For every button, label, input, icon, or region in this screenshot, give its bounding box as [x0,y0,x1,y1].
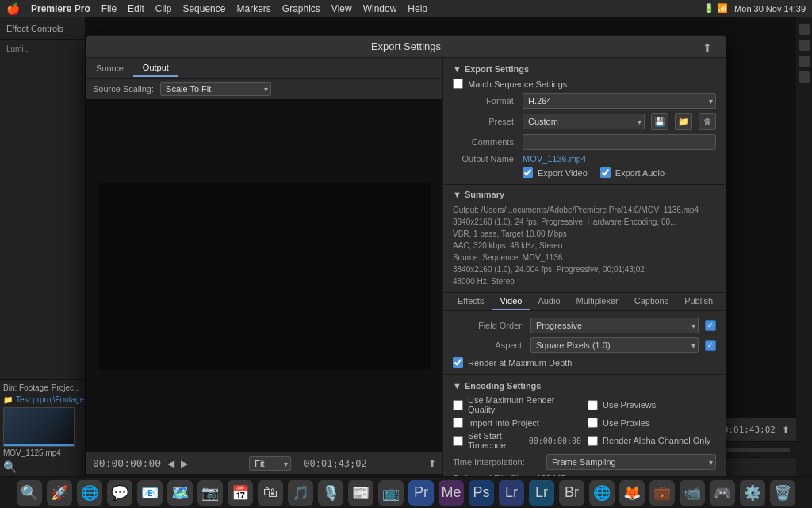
start-timecode-checkbox[interactable] [453,436,463,446]
preset-delete-icon[interactable]: 🗑 [699,113,716,130]
dock-slack[interactable]: 💼 [649,480,675,506]
aspect-check[interactable] [705,340,716,351]
menu-sequence[interactable]: Sequence [182,3,225,14]
preset-save-icon[interactable]: 💾 [651,113,668,130]
prev-frame-icon[interactable]: ◀ [167,458,174,469]
search-icon[interactable]: 🔍 [3,460,17,473]
aspect-select[interactable]: Square Pixels (1.0) D1/DV NTSC (0.9091) [530,337,699,353]
tab-multiplexer[interactable]: Multiplexer [569,293,626,310]
field-order-check[interactable] [705,320,716,331]
format-select[interactable]: H.264 H.265 ProRes DNxHD [523,93,716,109]
tab-output[interactable]: Output [133,60,178,77]
dock-maps[interactable]: 🗺️ [167,480,193,506]
time-interpolation-select[interactable]: Frame Sampling Frame Blending Optical Fl… [546,454,716,470]
export-video-checkbox[interactable] [523,167,533,178]
output-name-link[interactable]: MOV_1136.mp4 [523,154,586,164]
render-alpha-checkbox[interactable] [588,436,598,446]
export-audio-checkbox[interactable] [600,167,611,178]
project-tab[interactable]: Projec... [52,383,81,392]
field-order-select[interactable]: Progressive Upper Field First Lower Fiel… [530,318,699,333]
right-btn-1[interactable] [799,24,810,35]
dock-calendar[interactable]: 📅 [228,480,253,506]
export-icon[interactable]: ⬆ [782,425,790,436]
encoding-settings-header[interactable]: ▼ Encoding Settings [453,381,716,391]
upload-icon[interactable]: ⬆ [699,39,716,56]
dock-lightroom[interactable]: Lr [529,480,554,506]
dock-appstore[interactable]: 🛍 [258,480,283,506]
export-settings-header[interactable]: ▼ Export Settings [453,64,716,74]
menu-clip[interactable]: Clip [155,3,172,14]
menu-view[interactable]: View [331,3,352,14]
menu-help[interactable]: Help [408,3,427,14]
dialog-scrub-bar[interactable] [86,474,442,476]
app-name[interactable]: Premiere Pro [31,3,90,14]
dock-chrome[interactable]: 🌐 [589,480,615,506]
play-pause-icon[interactable]: ▶ [181,458,188,469]
export-out-icon[interactable]: ⬆ [428,458,436,469]
lumet-label: Lumi... [3,43,82,55]
use-proxies-checkbox[interactable] [588,418,598,428]
dock-lightroom-cc[interactable]: Lr [499,480,524,506]
dock-messages[interactable]: 💬 [107,480,132,506]
menu-markers[interactable]: Markers [236,3,270,14]
export-audio-label[interactable]: Export Audio [615,168,665,178]
export-video-label[interactable]: Export Video [538,168,588,178]
dock-zoom[interactable]: 📹 [680,480,705,506]
dock-news[interactable]: 📰 [348,480,373,506]
dock-music[interactable]: 🎵 [288,480,313,506]
dock-launchpad[interactable]: 🚀 [47,480,72,506]
dock-steam[interactable]: 🎮 [710,480,735,506]
menu-graphics[interactable]: Graphics [282,3,320,14]
tab-video[interactable]: Video [492,293,530,310]
dock-system-prefs[interactable]: ⚙️ [740,480,765,506]
tab-publish[interactable]: Publish [676,293,721,310]
thumbnail-preview[interactable] [3,407,75,447]
dock-photoshop[interactable]: Ps [469,480,494,506]
use-previews-checkbox[interactable] [588,400,598,410]
dock-firefox[interactable]: 🦊 [619,480,645,506]
tab-captions[interactable]: Captions [626,293,676,310]
comments-input[interactable] [523,134,716,150]
import-project-label[interactable]: Import Into Project [468,418,539,428]
match-sequence-label[interactable]: Match Sequence Settings [468,79,567,89]
bin-footage-tab[interactable]: Bin: Footage [3,383,48,392]
max-render-quality-label[interactable]: Use Maximum Render Quality [468,395,581,414]
dock-tv[interactable]: 📺 [378,480,404,506]
dock-podcasts[interactable]: 🎙️ [318,480,343,506]
import-project-checkbox[interactable] [453,418,463,428]
max-render-quality-checkbox[interactable] [453,400,463,410]
tab-audio[interactable]: Audio [530,293,568,310]
menu-window[interactable]: Window [363,3,397,14]
dock-premiere[interactable]: Pr [408,480,434,506]
preset-row: Preset: Custom Match Source High Quality… [453,113,716,130]
use-previews-label[interactable]: Use Previews [603,400,656,410]
use-proxies-label[interactable]: Use Proxies [603,418,649,428]
render-max-depth-checkbox[interactable] [453,357,463,368]
dock-trash[interactable]: 🗑️ [770,480,795,506]
effects-controls-tab[interactable]: Effect Controls [0,21,70,37]
right-btn-4[interactable] [799,71,810,83]
dock-finder[interactable]: 🔍 [17,480,42,506]
right-btn-2[interactable] [799,40,810,51]
field-order-row: Field Order: Progressive Upper Field Fir… [453,318,716,333]
dialog-fit-select[interactable]: Fit 25% 50% 100% [249,456,291,471]
preset-folder-icon[interactable]: 📁 [675,113,692,130]
dock-photos[interactable]: 📷 [197,480,223,506]
dock-mail[interactable]: 📧 [137,480,163,506]
render-alpha-label[interactable]: Render Alpha Channel Only [603,436,710,445]
dock-bridge[interactable]: Br [559,480,584,506]
tab-effects[interactable]: Effects [450,293,492,310]
summary-header[interactable]: ▼ Summary [453,190,716,199]
source-scaling-select[interactable]: Scale To Fit Scale To Fill Stretch To Fi… [160,82,271,96]
match-sequence-checkbox[interactable] [453,79,463,89]
preset-select[interactable]: Custom Match Source High Quality [523,114,645,129]
dock-safari[interactable]: 🌐 [77,480,102,506]
start-timecode-label[interactable]: Set Start Timecode [468,431,524,450]
tab-source[interactable]: Source [86,60,133,76]
right-btn-3[interactable] [799,56,810,67]
render-max-depth-label[interactable]: Render at Maximum Depth [468,358,572,368]
menu-edit[interactable]: Edit [128,3,144,14]
menu-file[interactable]: File [102,3,117,14]
dock-media-encoder[interactable]: Me [439,480,464,506]
apple-menu[interactable]: 🍎 [6,2,20,15]
